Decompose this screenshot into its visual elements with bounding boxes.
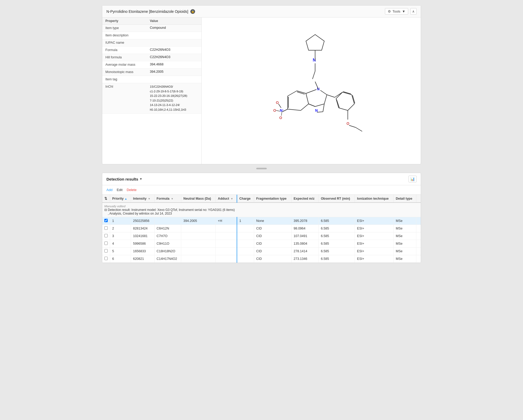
- th-charge[interactable]: Charge: [237, 195, 254, 203]
- svg-marker-0: [306, 35, 324, 50]
- svg-line-10: [288, 109, 301, 110]
- add-button[interactable]: Add: [106, 187, 112, 192]
- svg-text:O: O: [279, 116, 282, 120]
- row-detail-type: MSe: [394, 255, 416, 263]
- row-expected-mz: 135.0804: [291, 240, 319, 248]
- svg-text:-: -: [277, 109, 278, 112]
- svg-line-39: [278, 104, 281, 108]
- table-row[interactable]: 5 1656833 C18H18N2O CID 278.1414 6.585 E…: [102, 248, 421, 255]
- row-checkbox-cell[interactable]: [102, 217, 110, 225]
- row-ionization-technique: ESI+: [355, 248, 394, 255]
- panel-divider[interactable]: [102, 167, 421, 170]
- collapse-button[interactable]: ∧: [410, 8, 417, 15]
- th-observed-rt[interactable]: Observed RT (min): [319, 195, 355, 203]
- detection-result-group-header: Manually edited ⊟ Detection result: Inst…: [102, 203, 421, 217]
- row-intensity: 1656833: [131, 248, 154, 255]
- row-checkbox-cell[interactable]: [102, 225, 110, 232]
- divider-handle: [256, 168, 267, 169]
- table-row[interactable]: 4 5996586 C9H11O CID 135.0804 6.585 ESI+…: [102, 240, 421, 248]
- detection-results-label: Detection results: [106, 177, 138, 181]
- th-formula[interactable]: Formula ▼: [154, 195, 181, 203]
- row-detail-type: MSe: [394, 225, 416, 232]
- row-neutral-mass: [181, 240, 216, 248]
- table-row[interactable]: 6 620821 C14H17N4O2 CID 273.1346 6.585 E…: [102, 255, 421, 263]
- row-intensity: 10241681: [131, 232, 154, 240]
- th-ionization-technique[interactable]: Ionization technique: [355, 195, 394, 203]
- row-adduct: [216, 232, 237, 240]
- row-fragmentation-type: CID: [254, 225, 291, 232]
- prop-value-item-type: Compound: [150, 26, 198, 30]
- col-header-value: Value: [150, 19, 198, 23]
- th-actions: [416, 195, 421, 203]
- table-row[interactable]: 2 82813424 C6H12N CID 98.0964 6.585 ESI+…: [102, 225, 421, 232]
- svg-line-4: [312, 71, 315, 79]
- row-charge: [237, 255, 254, 263]
- row-checkbox[interactable]: [104, 257, 108, 260]
- svg-line-23: [343, 92, 352, 95]
- tools-button[interactable]: ⚙ Tools ▼: [385, 8, 408, 15]
- row-checkbox-cell[interactable]: [102, 232, 110, 240]
- th-intensity[interactable]: Intensity ▼: [131, 195, 154, 203]
- th-fragmentation-type[interactable]: Fragmentation type: [254, 195, 291, 203]
- row-checkbox[interactable]: [104, 242, 108, 245]
- row-checkbox[interactable]: [104, 226, 108, 230]
- row-checkbox[interactable]: [104, 219, 108, 222]
- svg-line-16: [324, 95, 327, 104]
- th-expected-mz[interactable]: Expected m/z: [291, 195, 319, 203]
- property-table: Property Value Item type Compound Item d…: [102, 18, 202, 164]
- svg-line-22: [335, 92, 343, 97]
- svg-line-27: [336, 99, 339, 108]
- row-formula: [154, 217, 181, 225]
- row-detail-type: MSe: [394, 248, 416, 255]
- title-area: N-Pyrrolidino Etonitazene [Benzimidazole…: [106, 9, 195, 14]
- th-sort-col[interactable]: ⇅: [102, 195, 110, 203]
- th-neutral-mass[interactable]: Neutral Mass (Da): [181, 195, 216, 203]
- th-detail-type[interactable]: Detail type: [394, 195, 416, 203]
- prop-value-hill-formula: C22H26N4O3: [150, 55, 198, 59]
- top-panel: N-Pyrrolidino Etonitazene [Benzimidazole…: [102, 5, 421, 164]
- edit-button[interactable]: Edit: [117, 187, 122, 192]
- compound-badge-icon: 🔒: [190, 9, 195, 14]
- prop-value-formula: C22H26N4O3: [150, 48, 198, 52]
- table-header-row: ⇅ Priority ▲ Intensity ▼ Formula ▼ Neutr: [102, 195, 421, 203]
- svg-line-48: [317, 112, 323, 112]
- row-checkbox-cell[interactable]: [102, 255, 110, 263]
- row-checkbox[interactable]: [104, 234, 108, 237]
- row-fragmentation-type: CID: [254, 255, 291, 263]
- delete-button[interactable]: Delete: [127, 187, 137, 192]
- prop-label-hill-formula: Hill formula: [105, 55, 150, 59]
- row-adduct: [216, 255, 237, 263]
- row-actions: [416, 240, 421, 248]
- bottom-panel-header: Detection results ▼ 📊: [102, 173, 421, 185]
- table-row[interactable]: 1 250225856 394.2005 +H 1 None 395.2078 …: [102, 217, 421, 225]
- property-header-row: Property Value: [102, 18, 201, 25]
- row-expected-mz: 98.0964: [291, 225, 319, 232]
- prop-item-description: Item description: [102, 32, 201, 39]
- export-icon: 📊: [410, 177, 415, 181]
- th-priority[interactable]: Priority ▲: [110, 195, 131, 203]
- row-fragmentation-type: None: [254, 217, 291, 225]
- row-detail-type: MSe: [394, 232, 416, 240]
- prop-label-inchi: InChI: [105, 85, 150, 88]
- row-fragmentation-type: CID: [254, 240, 291, 248]
- row-neutral-mass: [181, 248, 216, 255]
- tools-label: Tools: [393, 9, 400, 13]
- row-actions: [416, 232, 421, 240]
- row-checkbox-cell[interactable]: [102, 248, 110, 255]
- adduct-sort-icon: ▼: [231, 197, 233, 200]
- export-button[interactable]: 📊: [408, 176, 417, 182]
- row-formula: C6H12N: [154, 225, 181, 232]
- row-checkbox[interactable]: [104, 249, 108, 253]
- table-row[interactable]: 3 10241681 C7H7O CID 107.0491 6.585 ESI+…: [102, 232, 421, 240]
- svg-line-26: [339, 108, 348, 110]
- detection-result-info: ⊟ Detection result: Instrument model: Xe…: [104, 208, 235, 212]
- row-charge: 1: [237, 217, 254, 225]
- row-checkbox-cell[interactable]: [102, 240, 110, 248]
- row-priority: 4: [110, 240, 131, 248]
- th-adduct[interactable]: Adduct ▼: [216, 195, 237, 203]
- prop-label-item-type: Item type: [105, 26, 150, 30]
- molecule-viewer: N: [202, 18, 421, 164]
- detection-title-dropdown-icon[interactable]: ▼: [139, 177, 143, 181]
- detection-title-area: Detection results ▼: [106, 177, 143, 181]
- svg-line-17: [315, 104, 324, 107]
